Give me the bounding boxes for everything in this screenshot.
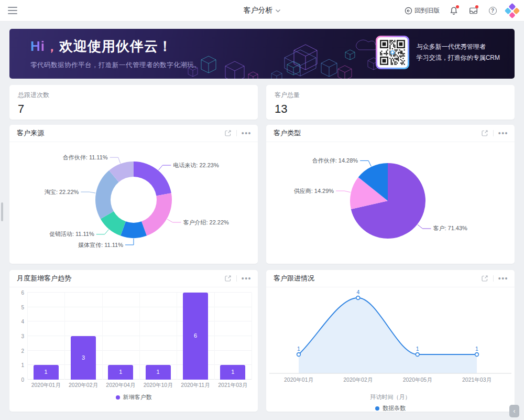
more-icon[interactable]: ••• <box>242 276 252 281</box>
data-point[interactable] <box>416 353 419 357</box>
pie-label: 媒体宣传: 11.11% <box>78 242 123 248</box>
x-tick-label: 2020年01月 <box>27 382 64 389</box>
y-tick-label: 5 <box>21 304 24 310</box>
export-icon[interactable] <box>224 130 232 137</box>
y-axis-labels: 0123456 <box>15 293 24 380</box>
page-title: 客户分析 <box>244 6 273 15</box>
more-icon[interactable]: ••• <box>242 131 252 135</box>
data-point[interactable] <box>356 296 360 300</box>
banner-subtitle: 零代码数据协作平台，打造新一代管理者的数字化潮玩。 <box>30 61 201 70</box>
qr-code <box>377 37 408 68</box>
menu-icon[interactable] <box>8 7 17 14</box>
label-leader <box>336 191 351 192</box>
pie-slice[interactable] <box>141 193 172 235</box>
bar[interactable]: 3 <box>71 336 96 380</box>
bar[interactable]: 1 <box>108 365 133 380</box>
x-tick-label: 2020年02月 <box>343 376 373 383</box>
pie-label: 淘宝: 22.22% <box>44 189 79 195</box>
bar-column: 6 <box>177 293 214 380</box>
pie-label: 客户介绍: 22.22% <box>183 219 229 225</box>
point-value-label: 1 <box>297 346 300 352</box>
pie-label: 供应商: 14.29% <box>294 188 334 194</box>
back-to-old-label: 回到旧版 <box>414 6 440 15</box>
collapse-button[interactable]: ‹ <box>509 405 519 417</box>
label-leader <box>159 165 171 170</box>
stat-card-followups: 总跟进次数 7 <box>9 85 258 120</box>
back-to-old-button[interactable]: 回到旧版 <box>405 6 440 15</box>
bar-chart-monthly-new: 0123456 1 3 1 1 <box>9 293 258 401</box>
help-button[interactable]: ? <box>487 5 498 16</box>
chart-legend[interactable]: 新增客户数 <box>9 393 258 401</box>
card-title: 月度新增客户趋势 <box>17 274 224 283</box>
question-icon: ? <box>489 7 497 15</box>
banner-title: Hi，欢迎使用伙伴云！ <box>30 37 201 56</box>
page-title-group[interactable]: 客户分析 <box>244 0 281 21</box>
export-icon[interactable] <box>224 275 232 282</box>
legend-label: 新增客户数 <box>123 393 152 401</box>
divider <box>236 130 237 136</box>
legend-dot <box>116 395 120 400</box>
export-icon[interactable] <box>481 275 488 282</box>
x-tick-label: 2020年11月 <box>177 382 214 389</box>
notifications-button[interactable] <box>449 5 459 16</box>
inbox-badge <box>475 5 478 8</box>
gridline <box>252 293 252 380</box>
pie-label: 促销活动: 11.11% <box>49 231 94 237</box>
x-tick-label: 2020年04月 <box>102 382 139 389</box>
qr-caption-line1: 与众多新一代优秀管理者 <box>417 41 500 52</box>
bar-value-label: 6 <box>183 332 208 339</box>
stat-label: 客户总量 <box>275 91 506 100</box>
bar[interactable]: 1 <box>146 365 171 380</box>
card-header: 客户类型 ••• <box>266 125 515 142</box>
bar-plot-area: 0123456 1 3 1 1 <box>27 293 252 380</box>
bar[interactable]: 1 <box>34 365 59 380</box>
label-leader <box>360 160 371 166</box>
notification-badge <box>456 5 459 8</box>
point-value-label: 4 <box>356 289 359 295</box>
inbox-button[interactable] <box>468 5 478 16</box>
x-tick-label: 2020年01月 <box>284 376 313 383</box>
bar-column: 3 <box>64 293 102 380</box>
isometric-art <box>172 29 392 79</box>
label-leader <box>81 192 95 193</box>
qr-frame <box>376 36 409 69</box>
app-logo[interactable] <box>505 3 520 18</box>
bar[interactable]: 6 <box>183 293 208 380</box>
pie-slice[interactable] <box>134 161 171 196</box>
legend-dot <box>375 406 379 411</box>
x-tick-label: 2020年05月 <box>403 376 432 383</box>
chart-legend[interactable]: 数据条数 <box>266 404 515 412</box>
welcome-banner: Hi，欢迎使用伙伴云！ 零代码数据协作平台，打造新一代管理者的数字化潮玩。 与众… <box>9 29 515 79</box>
card-header: 月度新增客户趋势 ••• <box>9 270 258 287</box>
stat-value: 13 <box>275 102 506 116</box>
bar-column: 1 <box>102 293 139 380</box>
bar-value-label: 3 <box>71 354 96 361</box>
data-point[interactable] <box>297 353 301 357</box>
stat-label: 总跟进次数 <box>18 91 249 100</box>
more-icon[interactable]: ••• <box>498 131 508 135</box>
chart-card-customer-source: 客户来源 ••• 电话来访: 22.23%客户介绍: 22.22%媒体宣传: 1… <box>9 125 258 264</box>
pie-label: 电话来访: 22.23% <box>173 162 219 168</box>
vertical-scrollbar-thumb[interactable] <box>1 202 3 221</box>
label-leader <box>167 219 181 222</box>
bar-value-label: 1 <box>146 369 171 375</box>
data-point[interactable] <box>475 353 479 357</box>
y-tick-label: 6 <box>21 290 24 296</box>
x-tick-label: 2021年03月 <box>462 376 492 383</box>
x-tick-label: 2021年03月 <box>214 382 252 389</box>
label-leader <box>125 239 134 245</box>
bar[interactable]: 1 <box>220 365 245 380</box>
y-tick-label: 2 <box>21 348 24 353</box>
x-axis-labels: 2020年01月2020年02月2020年04月2020年10月2020年11月… <box>27 382 252 389</box>
pie-label: 合作伙伴: 14.28% <box>312 157 358 164</box>
point-value-label: 1 <box>416 346 419 352</box>
y-tick-label: 0 <box>21 377 24 383</box>
export-icon[interactable] <box>481 130 488 137</box>
dashboard-page: Hi，欢迎使用伙伴云！ 零代码数据协作平台，打造新一代管理者的数字化潮玩。 与众… <box>0 21 524 412</box>
card-title: 客户来源 <box>17 128 224 138</box>
qr-caption-line2: 学习交流，打造你的专属CRM <box>417 52 500 63</box>
more-icon[interactable]: ••• <box>498 276 508 281</box>
pie-chart-customer-type: 客户: 71.43%供应商: 14.29%合作伙伴: 14.28% <box>266 142 515 262</box>
x-axis-title: 拜访时间（月） <box>266 393 515 401</box>
topbar: 客户分析 回到旧版 ? <box>0 0 524 21</box>
